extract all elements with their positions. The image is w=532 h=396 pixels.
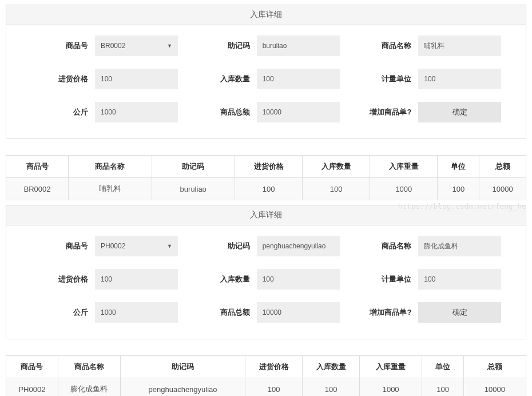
table-cell: 10000	[479, 178, 526, 200]
total-label: 商品总额	[185, 107, 257, 117]
purchase-price-label: 进货价格	[23, 274, 95, 284]
in-qty-label: 入库数量	[185, 74, 257, 84]
col-header: 进货价格	[235, 156, 302, 178]
table-cell: 10000	[463, 378, 526, 397]
product-no-label: 商品号	[23, 241, 95, 251]
table-row: BR0002哺乳料buruliao100100100010010000	[6, 178, 526, 200]
panel-title: 入库详细	[6, 5, 526, 25]
col-header: 商品号	[6, 356, 58, 378]
col-header: 助记码	[120, 356, 245, 378]
table-cell: 100	[422, 378, 464, 397]
table-cell: 100	[303, 378, 360, 397]
product-name-label: 商品名称	[347, 241, 418, 251]
col-header: 助记码	[152, 156, 235, 178]
col-header: 商品名称	[69, 156, 152, 178]
col-header: 总额	[463, 356, 526, 378]
mnemonic-input	[257, 35, 340, 56]
col-header: 单位	[422, 356, 464, 378]
col-header: 入库重量	[370, 156, 438, 178]
table-row: PH0002膨化成鱼料penghuachengyuliao10010010001…	[6, 378, 526, 397]
product-no-select[interactable]: BR0002	[95, 35, 178, 56]
in-qty-input[interactable]	[257, 69, 340, 89]
col-header: 总额	[479, 156, 526, 178]
add-product-label: 增加商品单?	[347, 307, 418, 318]
table-cell: buruliao	[152, 178, 235, 200]
inbound-table: 商品号商品名称助记码进货价格入库数量入库重量单位总额BR0002哺乳料burul…	[6, 155, 526, 200]
col-header: 单位	[438, 156, 479, 178]
kg-label: 公斤	[23, 307, 95, 318]
table-cell: 1000	[360, 378, 422, 397]
table-cell: penghuachengyuliao	[120, 378, 245, 397]
kg-label: 公斤	[23, 107, 95, 117]
table-cell: 1000	[370, 178, 438, 200]
unit-input[interactable]	[418, 69, 501, 89]
form-area: 商品号BR0002▼助记码商品名称进货价格入库数量计量单位公斤商品总额增加商品单…	[6, 25, 526, 138]
kg-input[interactable]	[95, 302, 178, 323]
add-product-label: 增加商品单?	[347, 107, 418, 117]
kg-input[interactable]	[95, 102, 178, 122]
table-cell: 哺乳料	[69, 178, 152, 200]
col-header: 商品名称	[58, 356, 120, 378]
unit-input[interactable]	[418, 269, 501, 290]
in-qty-input[interactable]	[257, 269, 340, 290]
col-header: 入库重量	[360, 356, 422, 378]
purchase-price-input[interactable]	[95, 269, 178, 290]
inbound-detail-panel: 入库详细商品号PH0002▼助记码商品名称进货价格入库数量计量单位公斤商品总额增…	[6, 205, 526, 339]
mnemonic-input	[257, 236, 340, 256]
col-header: 入库数量	[303, 356, 360, 378]
inbound-table: 商品号商品名称助记码进货价格入库数量入库重量单位总额PH0002膨化成鱼料pen…	[6, 355, 526, 396]
product-no-label: 商品号	[23, 41, 95, 51]
product-name-label: 商品名称	[347, 41, 418, 51]
product-name-input	[418, 35, 501, 56]
mnemonic-label: 助记码	[185, 241, 257, 251]
col-header: 进货价格	[245, 356, 303, 378]
form-area: 商品号PH0002▼助记码商品名称进货价格入库数量计量单位公斤商品总额增加商品单…	[6, 225, 526, 339]
table-cell: 100	[438, 178, 479, 200]
table-cell: 膨化成鱼料	[58, 378, 120, 397]
inbound-table-wrap: 商品号商品名称助记码进货价格入库数量入库重量单位总额PH0002膨化成鱼料pen…	[6, 355, 526, 396]
inbound-table-wrap: 商品号商品名称助记码进货价格入库数量入库重量单位总额BR0002哺乳料burul…	[6, 155, 526, 200]
table-cell: 100	[303, 178, 370, 200]
table-cell: 100	[245, 378, 303, 397]
table-cell: 100	[235, 178, 302, 200]
table-cell: PH0002	[6, 378, 58, 397]
mnemonic-label: 助记码	[185, 41, 257, 51]
unit-label: 计量单位	[347, 274, 418, 284]
total-input	[257, 302, 340, 323]
purchase-price-label: 进货价格	[23, 74, 95, 84]
total-input	[257, 102, 340, 122]
total-label: 商品总额	[185, 307, 257, 318]
col-header: 商品号	[6, 156, 69, 178]
purchase-price-input[interactable]	[95, 69, 178, 89]
unit-label: 计量单位	[347, 74, 418, 84]
confirm-button[interactable]: 确定	[418, 102, 501, 122]
product-no-select[interactable]: PH0002	[95, 236, 178, 256]
panel-title: 入库详细	[6, 205, 526, 225]
col-header: 入库数量	[303, 156, 370, 178]
table-cell: BR0002	[6, 178, 69, 200]
product-name-input	[418, 236, 501, 256]
inbound-detail-panel: 入库详细商品号BR0002▼助记码商品名称进货价格入库数量计量单位公斤商品总额增…	[6, 5, 526, 139]
in-qty-label: 入库数量	[185, 274, 257, 284]
confirm-button[interactable]: 确定	[418, 302, 501, 323]
